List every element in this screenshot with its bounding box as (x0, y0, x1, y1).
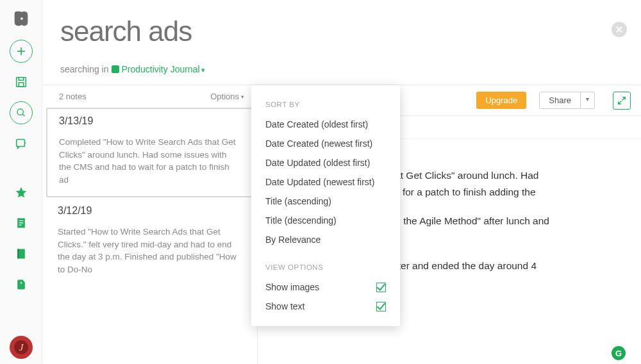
notes-icon[interactable] (10, 211, 33, 235)
svg-rect-8 (19, 220, 23, 221)
chevron-down-icon: ▾ (241, 94, 244, 100)
sort-option[interactable]: Date Updated (oldest first) (251, 153, 400, 172)
search-query[interactable]: search ads (60, 15, 623, 47)
note-preview: Completed "How to Write Search Ads that … (59, 136, 240, 186)
expand-icon[interactable] (613, 92, 631, 110)
tags-icon[interactable] (10, 273, 33, 296)
sort-option[interactable]: By Relevance (251, 230, 400, 249)
context-notebook: Productivity Journal (121, 64, 199, 74)
note-date: 3/13/19 (59, 115, 240, 127)
svg-rect-10 (19, 225, 21, 226)
save-icon[interactable] (10, 70, 33, 94)
search-header: search ads searching in Productivity Jou… (42, 0, 641, 85)
close-search-button[interactable] (612, 22, 627, 37)
upgrade-button[interactable]: Upgrade (476, 92, 526, 109)
svg-rect-9 (19, 222, 23, 223)
note-card[interactable]: 3/13/19 Completed "How to Write Search A… (46, 108, 253, 197)
svg-rect-12 (17, 249, 19, 259)
note-count: 2 notes (59, 92, 87, 101)
app-logo (10, 8, 32, 29)
svg-point-4 (17, 109, 23, 115)
new-note-button[interactable] (10, 40, 33, 63)
search-button[interactable] (10, 101, 33, 124)
options-dropdown: SORT BY Date Created (oldest first) Date… (251, 85, 400, 326)
side-rail: J (0, 0, 42, 364)
notebooks-icon[interactable] (10, 242, 33, 265)
context-prefix: searching in (60, 64, 109, 74)
svg-rect-6 (16, 140, 24, 147)
grammarly-icon[interactable]: G (612, 346, 626, 360)
search-context[interactable]: searching in Productivity Journal▾ (60, 64, 623, 74)
notebook-icon (112, 65, 119, 73)
sort-option[interactable]: Date Updated (newest first) (251, 172, 400, 192)
svg-rect-2 (16, 78, 26, 87)
note-card[interactable]: 3/12/19 Started "How to Write Search Ads… (42, 197, 257, 287)
view-option-show-text[interactable]: Show text (251, 297, 400, 316)
checkbox-checked-icon (376, 283, 386, 292)
workchat-icon[interactable] (10, 132, 33, 155)
share-button[interactable]: Share (540, 92, 580, 108)
view-option-show-images[interactable]: Show images (251, 277, 400, 297)
star-icon[interactable] (10, 181, 33, 204)
main-panel: search ads searching in Productivity Jou… (42, 0, 641, 364)
list-options-button[interactable]: Options ▾ (210, 92, 244, 101)
account-avatar[interactable]: J (10, 336, 33, 359)
note-list: 2 notes Options ▾ 3/13/19 Completed "How… (42, 85, 258, 364)
sort-option[interactable]: Date Created (newest first) (251, 134, 400, 153)
share-dropdown-button[interactable]: ▾ (580, 92, 594, 108)
svg-point-13 (20, 282, 22, 284)
checkbox-checked-icon (376, 302, 386, 311)
svg-line-5 (22, 114, 24, 116)
sort-by-heading: SORT BY (251, 97, 400, 115)
svg-rect-3 (19, 83, 23, 87)
sort-option[interactable]: Title (ascending) (251, 192, 400, 211)
view-options-heading: VIEW OPTIONS (251, 260, 400, 277)
note-date: 3/12/19 (58, 205, 242, 217)
sort-option[interactable]: Title (descending) (251, 211, 400, 230)
note-preview: Started "How to Write Search Ads that Ge… (58, 226, 242, 276)
sort-option[interactable]: Date Created (oldest first) (251, 115, 400, 134)
chevron-down-icon: ▾ (201, 66, 205, 74)
